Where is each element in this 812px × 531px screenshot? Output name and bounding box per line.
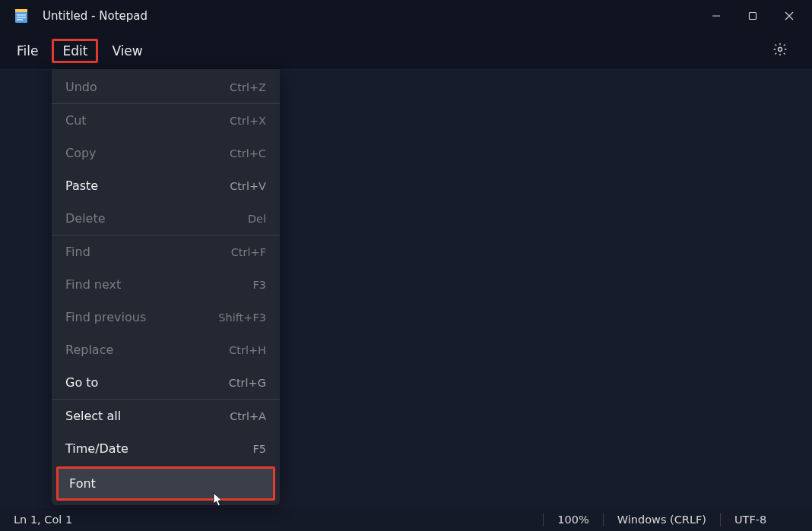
menu-item-paste[interactable]: Paste Ctrl+V (52, 169, 280, 202)
menu-item-shortcut: Ctrl+X (230, 115, 266, 127)
notepad-icon (14, 8, 29, 24)
minimize-button[interactable] (698, 0, 734, 32)
status-eol: Windows (CRLF) (604, 508, 720, 531)
menu-item-replace[interactable]: Replace Ctrl+H (52, 333, 280, 366)
maximize-button[interactable] (734, 0, 771, 32)
menu-view[interactable]: View (101, 39, 153, 63)
svg-rect-6 (750, 13, 756, 20)
menu-item-goto[interactable]: Go to Ctrl+G (52, 366, 280, 399)
menu-item-shortcut: Shift+F3 (218, 311, 266, 324)
menu-item-shortcut: Ctrl+H (229, 344, 266, 356)
status-caret-pos: Ln 1, Col 1 (0, 508, 86, 531)
menubar: File Edit View (0, 32, 812, 70)
menu-item-shortcut: Ctrl+Z (230, 81, 266, 93)
menu-item-time-date[interactable]: Time/Date F5 (52, 432, 280, 465)
gear-icon (772, 42, 788, 60)
menu-edit[interactable]: Edit (52, 39, 98, 63)
menu-item-label: Select all (65, 409, 230, 423)
svg-point-7 (779, 47, 782, 51)
window-title: Untitled - Notepad (43, 9, 147, 23)
menu-item-label: Go to (65, 375, 229, 390)
svg-rect-1 (15, 9, 27, 12)
menu-item-shortcut: F3 (252, 279, 266, 291)
menu-item-label: Cut (65, 113, 230, 128)
close-button[interactable] (771, 0, 807, 32)
settings-button[interactable] (765, 36, 795, 66)
status-encoding: UTF-8 (721, 508, 812, 531)
menu-file[interactable]: File (6, 39, 49, 63)
menu-item-label: Paste (65, 179, 230, 193)
menu-item-label: Find (65, 245, 231, 259)
svg-rect-2 (17, 14, 26, 16)
menu-item-select-all[interactable]: Select all Ctrl+A (52, 400, 280, 432)
menu-item-shortcut: Ctrl+G (229, 377, 266, 389)
menu-item-font[interactable]: Font (56, 466, 275, 501)
svg-rect-5 (712, 16, 720, 17)
svg-rect-4 (17, 19, 23, 21)
statusbar: Ln 1, Col 1 100% Windows (CRLF) UTF-8 (0, 508, 812, 531)
menu-item-label: Copy (65, 146, 230, 160)
menu-item-label: Font (69, 476, 262, 491)
menu-item-label: Delete (65, 211, 248, 226)
menu-item-delete[interactable]: Delete Del (52, 202, 280, 235)
menu-item-shortcut: Ctrl+C (230, 147, 266, 160)
window-controls (698, 0, 807, 32)
menu-item-label: Time/Date (65, 441, 252, 456)
menu-item-shortcut: F5 (252, 443, 266, 455)
menu-item-find-next[interactable]: Find next F3 (52, 268, 280, 301)
svg-rect-3 (17, 17, 26, 18)
menu-item-shortcut: Ctrl+A (230, 410, 266, 422)
menu-item-cut[interactable]: Cut Ctrl+X (52, 104, 280, 137)
menu-item-shortcut: Ctrl+F (231, 246, 266, 258)
menu-item-undo[interactable]: Undo Ctrl+Z (52, 71, 280, 103)
menu-item-shortcut: Ctrl+V (230, 180, 266, 192)
menu-item-copy[interactable]: Copy Ctrl+C (52, 137, 280, 169)
menu-item-label: Find previous (65, 310, 218, 324)
status-zoom[interactable]: 100% (544, 508, 602, 531)
menu-item-label: Undo (65, 80, 230, 94)
menu-item-label: Replace (65, 343, 229, 357)
edit-menu-dropdown: Undo Ctrl+Z Cut Ctrl+X Copy Ctrl+C Paste… (52, 69, 280, 505)
menu-item-find-previous[interactable]: Find previous Shift+F3 (52, 301, 280, 333)
titlebar: Untitled - Notepad (0, 0, 812, 32)
menu-item-shortcut: Del (248, 213, 266, 225)
menu-item-find[interactable]: Find Ctrl+F (52, 235, 280, 268)
menu-item-label: Find next (65, 277, 252, 292)
